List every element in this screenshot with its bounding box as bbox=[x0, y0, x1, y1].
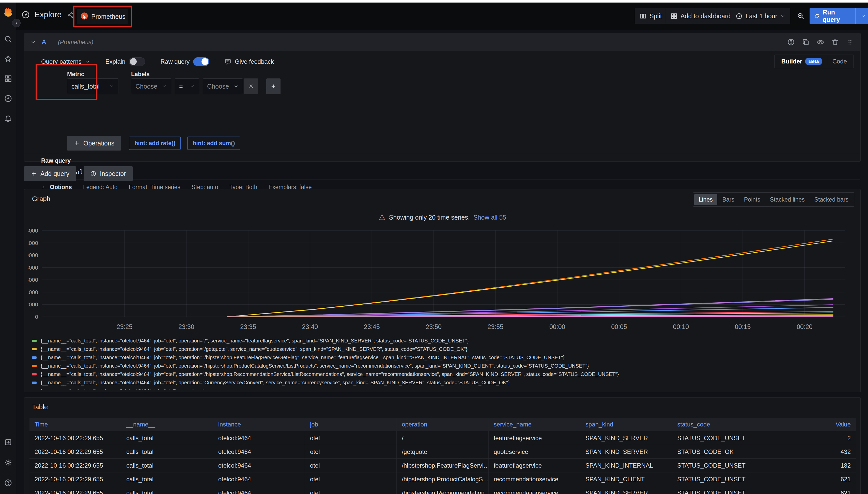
legend-swatch bbox=[32, 348, 37, 350]
plus-icon bbox=[31, 171, 37, 177]
table-cell: featureflagservice bbox=[489, 431, 580, 445]
code-tab[interactable]: Code bbox=[827, 57, 852, 66]
raw-query-toggle[interactable] bbox=[193, 57, 210, 66]
add-label-filter-button[interactable] bbox=[266, 78, 281, 94]
table-cell: 2022-10-16 00:22:29.655 bbox=[30, 445, 121, 458]
legend-item[interactable]: {__name__="calls_total", instance="otelc… bbox=[32, 387, 855, 390]
time-range-picker[interactable]: Last 1 hour bbox=[731, 8, 790, 24]
svg-text:00:20: 00:20 bbox=[797, 323, 813, 330]
graph-mode-bars[interactable]: Bars bbox=[718, 194, 739, 205]
settings-gear-icon[interactable] bbox=[4, 458, 12, 467]
svg-text:14000: 14000 bbox=[29, 227, 38, 234]
legend-item[interactable]: {__name__="calls_total", instance="otelc… bbox=[32, 353, 855, 362]
legend-item[interactable]: {__name__="calls_total", instance="otelc… bbox=[32, 337, 855, 345]
starred-icon[interactable] bbox=[4, 55, 12, 63]
add-operation-button[interactable]: Operations bbox=[67, 136, 121, 151]
legend-item[interactable]: {__name__="calls_total", instance="otelc… bbox=[32, 379, 855, 387]
legend-label: {__name__="calls_total", instance="otelc… bbox=[41, 372, 619, 377]
label-key-select[interactable]: Choose bbox=[131, 78, 171, 94]
zoom-out-icon bbox=[797, 12, 804, 20]
column-header--name-[interactable]: __name__ bbox=[121, 418, 213, 431]
graph-mode-stacked-bars[interactable]: Stacked bars bbox=[810, 194, 853, 205]
drag-handle-icon[interactable] bbox=[846, 38, 854, 46]
legend-label: {__name__="calls_total", instance="otelc… bbox=[41, 363, 589, 369]
show-all-series-link[interactable]: Show all 55 bbox=[473, 214, 506, 221]
builder-label: Builder bbox=[781, 58, 802, 65]
query-hint-button-2[interactable]: hint: add sum() bbox=[187, 137, 240, 150]
remove-query-trash-icon[interactable] bbox=[831, 38, 839, 46]
column-header-status-code[interactable]: status_code bbox=[672, 418, 764, 431]
svg-text:23:35: 23:35 bbox=[240, 323, 256, 330]
toggle-visibility-eye-icon[interactable] bbox=[816, 38, 825, 46]
table-cell: 432 bbox=[764, 445, 856, 458]
explore-header: Explore bbox=[21, 10, 75, 19]
legend-item[interactable]: {__name__="calls_total", instance="otelc… bbox=[32, 345, 855, 353]
refresh-icon bbox=[814, 13, 819, 20]
column-header-value[interactable]: Value bbox=[764, 418, 856, 431]
column-header-time[interactable]: Time bbox=[30, 418, 121, 431]
chart-canvas: 0200040006000800010000120001400023:2523:… bbox=[29, 227, 857, 334]
table-cell: otel bbox=[305, 472, 397, 486]
results-table: Time__name__instancejoboperationservice_… bbox=[30, 418, 856, 494]
inspector-button[interactable]: Inspector bbox=[84, 166, 133, 181]
column-header-span-kind[interactable]: span_kind bbox=[580, 418, 672, 431]
table-cell: STATUS_CODE_UNSET bbox=[672, 486, 764, 494]
table-header-row: Time__name__instancejoboperationservice_… bbox=[30, 418, 856, 431]
search-icon[interactable] bbox=[4, 35, 12, 43]
help-icon[interactable] bbox=[4, 479, 12, 487]
explain-toggle[interactable] bbox=[129, 57, 145, 66]
run-query-dropdown[interactable] bbox=[858, 8, 868, 24]
explore-actions-row: Add query Inspector bbox=[24, 166, 133, 181]
plus-icon bbox=[74, 140, 80, 146]
split-button[interactable]: Split bbox=[635, 8, 667, 24]
time-series-chart[interactable]: 0200040006000800010000120001400023:2523:… bbox=[29, 227, 857, 334]
label-operator-select[interactable]: = bbox=[175, 78, 199, 94]
column-header-job[interactable]: job bbox=[305, 418, 397, 431]
builder-tab[interactable]: Builder Beta bbox=[776, 58, 827, 65]
graph-mode-points[interactable]: Points bbox=[739, 194, 765, 205]
duplicate-query-icon[interactable] bbox=[801, 38, 810, 46]
browser-top-strip bbox=[0, 0, 868, 2]
grafana-logo[interactable] bbox=[2, 6, 14, 18]
graph-mode-stacked-lines[interactable]: Stacked lines bbox=[765, 194, 809, 205]
legend-item[interactable]: {__name__="calls_total", instance="otelc… bbox=[32, 362, 855, 370]
column-header-service-name[interactable]: service_name bbox=[489, 418, 580, 431]
raw-query-section-label: Raw query bbox=[41, 157, 844, 164]
query-datasource-hint: (Prometheus) bbox=[58, 39, 93, 46]
metric-select[interactable]: calls_total bbox=[67, 78, 119, 94]
sidebar-expand-button[interactable] bbox=[12, 19, 21, 27]
run-query-button[interactable]: Run query bbox=[810, 8, 868, 24]
remove-label-filter-button[interactable] bbox=[244, 78, 258, 94]
explore-compass-icon[interactable] bbox=[4, 94, 12, 102]
table-cell: SPAN_KIND_CLIENT bbox=[580, 472, 672, 486]
legend-item[interactable]: {__name__="calls_total", instance="otelc… bbox=[32, 370, 855, 379]
code-label: Code bbox=[832, 58, 847, 65]
give-feedback-link[interactable]: Give feedback bbox=[224, 58, 274, 65]
svg-text:23:45: 23:45 bbox=[364, 323, 380, 330]
column-header-operation[interactable]: operation bbox=[397, 418, 488, 431]
add-to-dashboard-button[interactable]: Add to dashboard bbox=[666, 8, 735, 24]
time-range-label: Last 1 hour bbox=[745, 13, 777, 20]
table-cell: otelcol:9464 bbox=[213, 431, 305, 445]
dashboards-icon[interactable] bbox=[4, 75, 12, 83]
query-help-icon[interactable] bbox=[787, 38, 795, 46]
sign-in-icon[interactable] bbox=[4, 438, 12, 446]
graph-mode-switcher: LinesBarsPointsStacked linesStacked bars bbox=[693, 192, 854, 207]
legend-label: {__name__="calls_total", instance="otelc… bbox=[41, 388, 204, 390]
share-icon[interactable] bbox=[66, 11, 75, 19]
table-cell: /hipstershop.Recommendation… bbox=[397, 486, 488, 494]
column-header-instance[interactable]: instance bbox=[213, 418, 305, 431]
add-query-button[interactable]: Add query bbox=[24, 166, 76, 181]
label-value-select[interactable]: Choose bbox=[203, 78, 243, 94]
alerting-bell-icon[interactable] bbox=[4, 114, 12, 122]
table-cell: otelcol:9464 bbox=[213, 486, 305, 494]
query-patterns-dropdown[interactable]: Query patterns bbox=[41, 58, 90, 65]
warning-text: Showing only 20 time series. bbox=[389, 214, 470, 221]
beta-badge: Beta bbox=[805, 58, 822, 65]
query-row-header[interactable]: A (Prometheus) bbox=[24, 33, 861, 51]
zoom-out-button[interactable] bbox=[792, 8, 809, 24]
graph-mode-lines[interactable]: Lines bbox=[694, 194, 717, 205]
query-hint-button-1[interactable]: hint: add rate() bbox=[129, 137, 181, 150]
raw-query-expression: calls_total bbox=[41, 168, 844, 176]
datasource-picker[interactable]: Prometheus bbox=[77, 8, 128, 24]
